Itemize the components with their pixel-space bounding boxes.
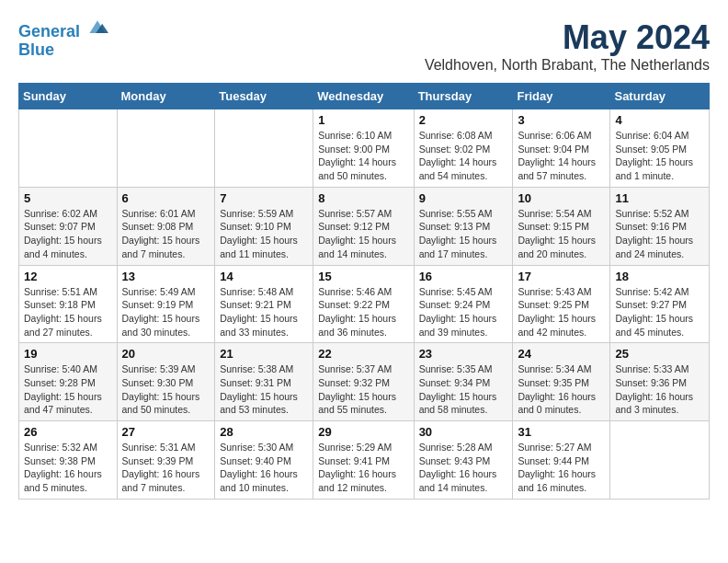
calendar-cell: 18Sunrise: 5:42 AM Sunset: 9:27 PM Dayli… (610, 265, 710, 343)
logo-icon (86, 18, 108, 37)
day-info: Sunrise: 5:40 AM Sunset: 9:28 PM Dayligh… (24, 362, 112, 417)
day-number: 1 (318, 113, 408, 127)
day-number: 11 (615, 191, 704, 205)
calendar-week-5: 26Sunrise: 5:32 AM Sunset: 9:38 PM Dayli… (19, 421, 710, 500)
day-info: Sunrise: 5:30 AM Sunset: 9:40 PM Dayligh… (220, 441, 308, 495)
calendar-cell: 8Sunrise: 5:57 AM Sunset: 9:12 PM Daylig… (313, 187, 414, 265)
logo: General Blue (18, 18, 108, 60)
day-number: 27 (122, 425, 210, 439)
day-number: 30 (419, 425, 508, 439)
weekday-header-monday: Monday (117, 84, 215, 109)
calendar-cell: 13Sunrise: 5:49 AM Sunset: 9:19 PM Dayli… (117, 265, 215, 343)
day-info: Sunrise: 5:34 AM Sunset: 9:35 PM Dayligh… (518, 362, 605, 417)
day-info: Sunrise: 5:48 AM Sunset: 9:21 PM Dayligh… (220, 285, 308, 339)
day-info: Sunrise: 5:49 AM Sunset: 9:19 PM Dayligh… (122, 285, 210, 339)
logo-line2: Blue (18, 41, 108, 60)
day-info: Sunrise: 5:27 AM Sunset: 9:44 PM Dayligh… (518, 441, 605, 495)
day-info: Sunrise: 5:54 AM Sunset: 9:15 PM Dayligh… (518, 207, 605, 261)
day-info: Sunrise: 5:31 AM Sunset: 9:39 PM Dayligh… (122, 441, 210, 495)
calendar-cell (610, 421, 710, 500)
calendar-cell: 14Sunrise: 5:48 AM Sunset: 9:21 PM Dayli… (215, 265, 313, 343)
calendar-cell: 5Sunrise: 6:02 AM Sunset: 9:07 PM Daylig… (19, 187, 118, 265)
calendar-cell: 2Sunrise: 6:08 AM Sunset: 9:02 PM Daylig… (414, 109, 513, 188)
calendar-table: SundayMondayTuesdayWednesdayThursdayFrid… (18, 83, 710, 500)
day-number: 23 (419, 347, 508, 361)
weekday-header-friday: Friday (513, 84, 610, 109)
calendar-cell: 7Sunrise: 5:59 AM Sunset: 9:10 PM Daylig… (215, 187, 313, 265)
calendar-cell: 24Sunrise: 5:34 AM Sunset: 9:35 PM Dayli… (513, 343, 610, 421)
calendar-cell: 10Sunrise: 5:54 AM Sunset: 9:15 PM Dayli… (513, 187, 610, 265)
calendar-cell: 20Sunrise: 5:39 AM Sunset: 9:30 PM Dayli… (117, 343, 215, 421)
day-number: 18 (615, 270, 704, 283)
calendar-cell: 19Sunrise: 5:40 AM Sunset: 9:28 PM Dayli… (19, 343, 118, 421)
calendar-cell: 29Sunrise: 5:29 AM Sunset: 9:41 PM Dayli… (313, 421, 414, 500)
day-info: Sunrise: 5:32 AM Sunset: 9:38 PM Dayligh… (24, 441, 112, 495)
day-number: 17 (518, 270, 605, 283)
day-number: 15 (318, 270, 408, 283)
calendar-week-3: 12Sunrise: 5:51 AM Sunset: 9:18 PM Dayli… (19, 265, 710, 343)
day-info: Sunrise: 5:52 AM Sunset: 9:16 PM Dayligh… (615, 207, 704, 261)
calendar-cell: 12Sunrise: 5:51 AM Sunset: 9:18 PM Dayli… (19, 265, 118, 343)
day-info: Sunrise: 5:55 AM Sunset: 9:13 PM Dayligh… (419, 207, 508, 261)
calendar-cell: 3Sunrise: 6:06 AM Sunset: 9:04 PM Daylig… (513, 109, 610, 188)
day-info: Sunrise: 6:04 AM Sunset: 9:05 PM Dayligh… (615, 129, 704, 183)
calendar-cell: 21Sunrise: 5:38 AM Sunset: 9:31 PM Dayli… (215, 343, 313, 421)
day-info: Sunrise: 6:08 AM Sunset: 9:02 PM Dayligh… (419, 129, 508, 183)
day-info: Sunrise: 5:38 AM Sunset: 9:31 PM Dayligh… (220, 362, 308, 417)
day-number: 29 (318, 425, 408, 439)
weekday-header-sunday: Sunday (19, 84, 118, 109)
calendar-cell: 27Sunrise: 5:31 AM Sunset: 9:39 PM Dayli… (117, 421, 215, 500)
day-number: 5 (24, 191, 112, 205)
day-info: Sunrise: 6:06 AM Sunset: 9:04 PM Dayligh… (518, 129, 605, 183)
calendar-header: SundayMondayTuesdayWednesdayThursdayFrid… (19, 84, 710, 109)
calendar-cell: 22Sunrise: 5:37 AM Sunset: 9:32 PM Dayli… (313, 343, 414, 421)
logo-line1: General (18, 22, 80, 40)
calendar-cell: 4Sunrise: 6:04 AM Sunset: 9:05 PM Daylig… (610, 109, 710, 188)
calendar-week-2: 5Sunrise: 6:02 AM Sunset: 9:07 PM Daylig… (19, 187, 710, 265)
day-number: 6 (122, 191, 210, 205)
calendar-cell: 9Sunrise: 5:55 AM Sunset: 9:13 PM Daylig… (414, 187, 513, 265)
day-number: 14 (220, 270, 308, 283)
day-info: Sunrise: 5:51 AM Sunset: 9:18 PM Dayligh… (24, 285, 112, 339)
calendar-cell: 15Sunrise: 5:46 AM Sunset: 9:22 PM Dayli… (313, 265, 414, 343)
day-number: 13 (122, 270, 210, 283)
day-number: 16 (419, 270, 508, 283)
calendar-cell: 6Sunrise: 6:01 AM Sunset: 9:08 PM Daylig… (117, 187, 215, 265)
day-number: 20 (122, 347, 210, 361)
day-number: 3 (518, 113, 605, 127)
calendar-week-1: 1Sunrise: 6:10 AM Sunset: 9:00 PM Daylig… (19, 109, 710, 188)
day-info: Sunrise: 5:57 AM Sunset: 9:12 PM Dayligh… (318, 207, 408, 261)
calendar-cell: 31Sunrise: 5:27 AM Sunset: 9:44 PM Dayli… (513, 421, 610, 500)
location-title: Veldhoven, North Brabant, The Netherland… (425, 57, 710, 74)
day-info: Sunrise: 6:02 AM Sunset: 9:07 PM Dayligh… (24, 207, 112, 261)
day-number: 26 (24, 425, 112, 439)
day-info: Sunrise: 5:43 AM Sunset: 9:25 PM Dayligh… (518, 285, 605, 339)
day-info: Sunrise: 5:37 AM Sunset: 9:32 PM Dayligh… (318, 362, 408, 417)
day-info: Sunrise: 5:28 AM Sunset: 9:43 PM Dayligh… (419, 441, 508, 495)
logo-text: General (18, 18, 108, 41)
weekday-header-tuesday: Tuesday (215, 84, 313, 109)
day-number: 19 (24, 347, 112, 361)
calendar-week-4: 19Sunrise: 5:40 AM Sunset: 9:28 PM Dayli… (19, 343, 710, 421)
day-info: Sunrise: 5:59 AM Sunset: 9:10 PM Dayligh… (220, 207, 308, 261)
month-title: May 2024 (425, 18, 710, 57)
day-info: Sunrise: 5:46 AM Sunset: 9:22 PM Dayligh… (318, 285, 408, 339)
day-info: Sunrise: 5:29 AM Sunset: 9:41 PM Dayligh… (318, 441, 408, 495)
day-number: 10 (518, 191, 605, 205)
day-number: 31 (518, 425, 605, 439)
weekday-header-thursday: Thursday (414, 84, 513, 109)
calendar-cell: 11Sunrise: 5:52 AM Sunset: 9:16 PM Dayli… (610, 187, 710, 265)
weekday-header-wednesday: Wednesday (313, 84, 414, 109)
calendar-cell: 1Sunrise: 6:10 AM Sunset: 9:00 PM Daylig… (313, 109, 414, 188)
calendar-cell: 25Sunrise: 5:33 AM Sunset: 9:36 PM Dayli… (610, 343, 710, 421)
day-number: 28 (220, 425, 308, 439)
calendar-cell: 17Sunrise: 5:43 AM Sunset: 9:25 PM Dayli… (513, 265, 610, 343)
calendar-cell: 16Sunrise: 5:45 AM Sunset: 9:24 PM Dayli… (414, 265, 513, 343)
calendar-cell: 28Sunrise: 5:30 AM Sunset: 9:40 PM Dayli… (215, 421, 313, 500)
day-number: 21 (220, 347, 308, 361)
day-info: Sunrise: 5:33 AM Sunset: 9:36 PM Dayligh… (615, 362, 704, 417)
day-number: 25 (615, 347, 704, 361)
day-number: 9 (419, 191, 508, 205)
day-number: 4 (615, 113, 704, 127)
calendar-cell (215, 109, 313, 188)
